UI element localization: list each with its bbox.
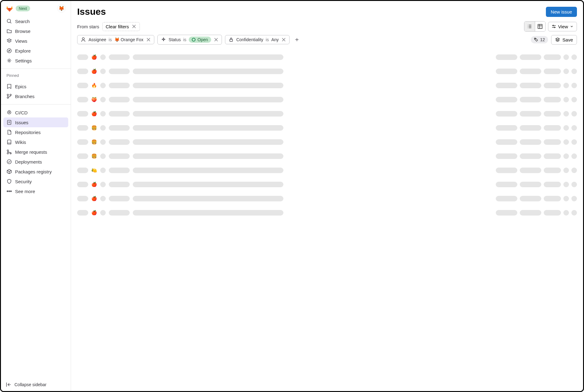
sidebar-item-deployments[interactable]: Deployments	[3, 157, 68, 167]
skeleton	[77, 125, 88, 131]
issue-row[interactable]: 🍔	[77, 149, 577, 163]
collapse-icon	[6, 382, 11, 387]
nav-label: Epics	[15, 84, 26, 89]
skeleton	[520, 69, 541, 74]
filter-chip-assignee[interactable]: Assigneeis🦊 Orange Fox	[77, 35, 154, 44]
nav-label: Security	[15, 179, 32, 184]
skeleton	[100, 196, 106, 201]
sliders-icon	[551, 24, 556, 29]
issue-row[interactable]: 🍔	[77, 121, 577, 135]
filter-chip-status[interactable]: StatusisOpen	[157, 35, 222, 45]
filter-value: Any	[271, 37, 279, 42]
skeleton	[544, 125, 561, 131]
issue-row[interactable]: 🍎	[77, 206, 577, 220]
skeleton	[133, 111, 283, 117]
sidebar-item-security[interactable]: Security	[3, 176, 68, 186]
breadcrumb-from: From stars	[77, 24, 99, 29]
skeleton	[496, 97, 517, 102]
skeleton	[544, 83, 561, 88]
skeleton	[133, 139, 283, 145]
svg-rect-20	[230, 39, 232, 42]
add-filter-button[interactable]	[293, 35, 301, 44]
folder-icon	[6, 28, 12, 34]
issue-row[interactable]: 🍎	[77, 177, 577, 192]
new-issue-button[interactable]: New issue	[546, 7, 577, 17]
sidebar-item-views[interactable]: Views	[3, 36, 68, 46]
sidebar-item-explore[interactable]: Explore	[3, 46, 68, 56]
skeleton	[77, 153, 88, 159]
filter-chip-confidentiality[interactable]: ConfidentialityisAny	[225, 35, 290, 44]
sidebar-item-ci-cd[interactable]: CI/CD	[3, 108, 68, 117]
sidebar-item-wikis[interactable]: Wikis	[3, 137, 68, 147]
skeleton	[571, 210, 577, 216]
board-view-button[interactable]	[535, 22, 545, 31]
skeleton	[77, 111, 88, 117]
issue-row[interactable]: 🔥	[77, 78, 577, 93]
skeleton	[571, 54, 577, 60]
row-emoji: 🍔	[91, 153, 97, 159]
svg-point-3	[7, 94, 9, 96]
nav-label: Repositories	[15, 130, 41, 135]
skeleton	[563, 97, 569, 102]
pinned-header: Pinned	[1, 70, 71, 80]
sidebar-item-repositories[interactable]: Repositories	[3, 127, 68, 137]
view-mode-segment	[524, 21, 546, 32]
issue-row[interactable]: 🍎	[77, 192, 577, 206]
epic-icon	[6, 84, 12, 89]
skeleton	[496, 54, 517, 60]
filter-count: 12	[531, 36, 548, 43]
issue-row[interactable]: 🍔	[77, 135, 577, 149]
skeleton	[571, 168, 577, 173]
issue-row[interactable]: 🍎	[77, 107, 577, 121]
issue-row[interactable]: 🍋	[77, 163, 577, 177]
nav-label: Deployments	[15, 159, 42, 164]
list-icon	[527, 24, 532, 29]
nav-label: Merge requests	[15, 149, 47, 155]
sidebar-item-issues[interactable]: Issues	[3, 117, 68, 127]
svg-point-14	[9, 191, 10, 192]
list-view-button[interactable]	[524, 22, 535, 31]
book-icon	[6, 139, 12, 145]
close-icon[interactable]	[281, 37, 286, 42]
nav-label: Views	[15, 38, 27, 44]
skeleton	[77, 83, 88, 88]
skeleton	[77, 54, 88, 60]
sidebar-item-branches[interactable]: Branches	[3, 91, 68, 101]
user-avatar[interactable]: 🦊	[57, 4, 66, 13]
skeleton	[109, 139, 130, 145]
svg-point-5	[10, 94, 11, 96]
close-icon[interactable]	[146, 37, 151, 42]
sidebar-item-epics[interactable]: Epics	[3, 81, 68, 91]
skeleton	[133, 196, 283, 201]
view-label: View	[558, 24, 568, 29]
nav-label: Issues	[15, 120, 28, 125]
collapse-sidebar-button[interactable]: Collapse sidebar	[1, 378, 71, 391]
issue-row[interactable]: 🍑	[77, 93, 577, 107]
skeleton	[100, 125, 106, 131]
close-icon[interactable]	[214, 37, 219, 42]
skeleton	[520, 54, 541, 60]
plus-icon	[294, 37, 299, 42]
skeleton	[563, 54, 569, 60]
skeleton	[77, 210, 88, 216]
page-title: Issues	[77, 6, 106, 17]
skeleton	[77, 69, 88, 74]
sidebar-item-merge-requests[interactable]: Merge requests	[3, 147, 68, 157]
sidebar-item-see-more[interactable]: See more	[3, 186, 68, 196]
issue-row[interactable]: 🍎	[77, 64, 577, 78]
sidebar-item-settings[interactable]: Settings	[3, 56, 68, 65]
svg-point-15	[10, 191, 11, 192]
filter-field: Assignee	[89, 37, 106, 42]
clear-filters-button[interactable]: Clear filters	[102, 22, 140, 31]
save-label: Save	[562, 37, 573, 42]
row-emoji: 🍎	[91, 111, 97, 117]
sidebar-item-browse[interactable]: Browse	[3, 26, 68, 36]
issue-row[interactable]: 🍎	[77, 50, 577, 64]
sidebar-item-search[interactable]: Search	[3, 16, 68, 26]
skeleton	[520, 210, 541, 216]
save-filters-button[interactable]: Save	[551, 35, 577, 45]
skeleton	[520, 153, 541, 159]
view-options-button[interactable]: View	[548, 22, 577, 31]
dots-icon	[6, 188, 12, 194]
sidebar-item-packages-registry[interactable]: Packages registry	[3, 167, 68, 176]
